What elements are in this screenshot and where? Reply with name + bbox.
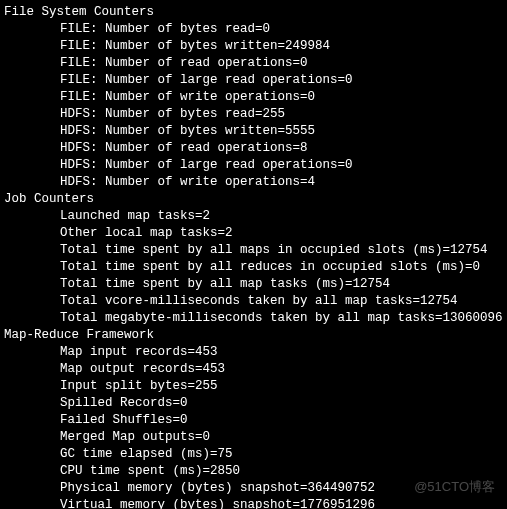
counter-separator: = bbox=[300, 90, 308, 104]
counter-label: Map output records bbox=[60, 362, 195, 376]
counter-line: FILE: Number of bytes read=0 bbox=[4, 21, 507, 38]
counter-value: 364490752 bbox=[308, 481, 376, 495]
counter-line: Virtual memory (bytes) snapshot=17769512… bbox=[4, 497, 507, 509]
counter-separator: = bbox=[188, 379, 196, 393]
counter-separator: = bbox=[338, 73, 346, 87]
counter-value: 255 bbox=[263, 107, 286, 121]
counter-value: 453 bbox=[195, 345, 218, 359]
counter-separator: = bbox=[195, 209, 203, 223]
counter-label: Total time spent by all reduces in occup… bbox=[60, 260, 465, 274]
counter-label: GC time elapsed (ms) bbox=[60, 447, 210, 461]
counter-separator: = bbox=[173, 413, 181, 427]
counter-label: FILE: Number of read operations bbox=[60, 56, 293, 70]
counter-value: 2 bbox=[203, 209, 211, 223]
counter-label: HDFS: Number of bytes written bbox=[60, 124, 278, 138]
counter-label: FILE: Number of bytes written bbox=[60, 39, 278, 53]
counter-value: 12754 bbox=[420, 294, 458, 308]
counter-separator: = bbox=[218, 226, 226, 240]
terminal-output: File System CountersFILE: Number of byte… bbox=[4, 4, 507, 509]
counter-label: HDFS: Number of large read operations bbox=[60, 158, 338, 172]
counter-line: Map input records=453 bbox=[4, 344, 507, 361]
counter-label: FILE: Number of bytes read bbox=[60, 22, 255, 36]
counter-separator: = bbox=[465, 260, 473, 274]
counter-line: Total megabyte-milliseconds taken by all… bbox=[4, 310, 507, 327]
counter-label: Spilled Records bbox=[60, 396, 173, 410]
counter-value: 249984 bbox=[285, 39, 330, 53]
counter-line: Launched map tasks=2 bbox=[4, 208, 507, 225]
counter-value: 0 bbox=[345, 158, 353, 172]
section-title: Map-Reduce Framework bbox=[4, 327, 507, 344]
counter-label: Total time spent by all maps in occupied… bbox=[60, 243, 443, 257]
counter-line: Merged Map outputs=0 bbox=[4, 429, 507, 446]
counter-value: 2 bbox=[225, 226, 233, 240]
counter-separator: = bbox=[293, 141, 301, 155]
counter-label: CPU time spent (ms) bbox=[60, 464, 203, 478]
counter-label: Failed Shuffles bbox=[60, 413, 173, 427]
counter-line: FILE: Number of read operations=0 bbox=[4, 55, 507, 72]
counter-label: Input split bytes bbox=[60, 379, 188, 393]
counter-label: Total vcore-milliseconds taken by all ma… bbox=[60, 294, 413, 308]
counter-value: 75 bbox=[218, 447, 233, 461]
counter-label: HDFS: Number of write operations bbox=[60, 175, 300, 189]
counter-value: 0 bbox=[300, 56, 308, 70]
counter-line: HDFS: Number of bytes written=5555 bbox=[4, 123, 507, 140]
counter-separator: = bbox=[300, 175, 308, 189]
section-title: File System Counters bbox=[4, 4, 507, 21]
counter-value: 0 bbox=[473, 260, 481, 274]
counter-separator: = bbox=[345, 277, 353, 291]
counter-line: Other local map tasks=2 bbox=[4, 225, 507, 242]
counter-separator: = bbox=[255, 107, 263, 121]
counter-value: 12754 bbox=[353, 277, 391, 291]
counter-separator: = bbox=[195, 430, 203, 444]
counter-separator: = bbox=[293, 56, 301, 70]
counter-separator: = bbox=[435, 311, 443, 325]
counter-separator: = bbox=[278, 124, 286, 138]
counter-label: Total megabyte-milliseconds taken by all… bbox=[60, 311, 435, 325]
counter-value: 0 bbox=[308, 90, 316, 104]
counter-line: Total time spent by all reduces in occup… bbox=[4, 259, 507, 276]
counter-separator: = bbox=[203, 464, 211, 478]
counter-line: FILE: Number of write operations=0 bbox=[4, 89, 507, 106]
counter-line: Input split bytes=255 bbox=[4, 378, 507, 395]
counter-label: Other local map tasks bbox=[60, 226, 218, 240]
counter-separator: = bbox=[338, 158, 346, 172]
counter-separator: = bbox=[188, 345, 196, 359]
counter-separator: = bbox=[278, 39, 286, 53]
counter-label: Physical memory (bytes) snapshot bbox=[60, 481, 300, 495]
counter-line: HDFS: Number of write operations=4 bbox=[4, 174, 507, 191]
counter-separator: = bbox=[413, 294, 421, 308]
counter-line: Total time spent by all map tasks (ms)=1… bbox=[4, 276, 507, 293]
counter-value: 4 bbox=[308, 175, 316, 189]
counter-line: FILE: Number of large read operations=0 bbox=[4, 72, 507, 89]
section-title: Job Counters bbox=[4, 191, 507, 208]
counter-value: 12754 bbox=[450, 243, 488, 257]
counter-line: FILE: Number of bytes written=249984 bbox=[4, 38, 507, 55]
counter-separator: = bbox=[300, 481, 308, 495]
counter-label: HDFS: Number of read operations bbox=[60, 141, 293, 155]
counter-value: 0 bbox=[263, 22, 271, 36]
counter-separator: = bbox=[210, 447, 218, 461]
counter-line: GC time elapsed (ms)=75 bbox=[4, 446, 507, 463]
counter-value: 1776951296 bbox=[300, 498, 375, 509]
counter-value: 8 bbox=[300, 141, 308, 155]
counter-line: HDFS: Number of bytes read=255 bbox=[4, 106, 507, 123]
counter-separator: = bbox=[195, 362, 203, 376]
counter-separator: = bbox=[293, 498, 301, 509]
counter-label: Virtual memory (bytes) snapshot bbox=[60, 498, 293, 509]
counter-value: 2850 bbox=[210, 464, 240, 478]
counter-label: FILE: Number of large read operations bbox=[60, 73, 338, 87]
counter-value: 255 bbox=[195, 379, 218, 393]
watermark-text: @51CTO博客 bbox=[414, 478, 495, 495]
counter-value: 0 bbox=[180, 413, 188, 427]
counter-value: 0 bbox=[203, 430, 211, 444]
counter-line: Spilled Records=0 bbox=[4, 395, 507, 412]
counter-line: HDFS: Number of read operations=8 bbox=[4, 140, 507, 157]
counter-line: HDFS: Number of large read operations=0 bbox=[4, 157, 507, 174]
counter-line: Total vcore-milliseconds taken by all ma… bbox=[4, 293, 507, 310]
counter-value: 5555 bbox=[285, 124, 315, 138]
counter-label: Merged Map outputs bbox=[60, 430, 195, 444]
counter-label: Total time spent by all map tasks (ms) bbox=[60, 277, 345, 291]
counter-line: Map output records=453 bbox=[4, 361, 507, 378]
counter-separator: = bbox=[255, 22, 263, 36]
counter-line: Failed Shuffles=0 bbox=[4, 412, 507, 429]
